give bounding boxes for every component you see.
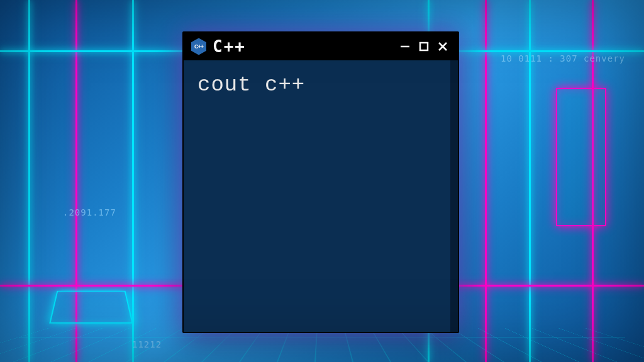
neon-line [28,0,30,362]
decorative-text: 10 0111 : 307 cenvery [501,53,625,63]
titlebar[interactable]: C++ C++ [184,33,458,60]
terminal-body[interactable]: cout c++ [184,60,458,332]
glow-panel [556,88,606,226]
floor-grid [0,328,644,362]
window-controls [397,39,450,54]
minimize-icon [399,41,411,52]
neon-line [485,0,487,362]
scrollbar[interactable] [450,60,458,332]
neon-line [132,0,134,362]
minimize-button[interactable] [397,39,413,54]
maximize-icon [418,41,430,52]
maximize-button[interactable] [416,39,431,54]
cpp-icon: C++ [191,38,206,55]
terminal-output: cout c++ [197,73,444,97]
glow-panel [49,291,133,324]
decorative-text: 11212 [132,339,162,349]
close-button[interactable] [435,39,450,54]
decorative-text: .2091.177 [63,207,116,217]
window-title: C++ [213,37,391,56]
close-icon [437,41,448,52]
terminal-window: C++ C++ cout c++ [182,31,459,333]
svg-rect-1 [420,43,428,50]
